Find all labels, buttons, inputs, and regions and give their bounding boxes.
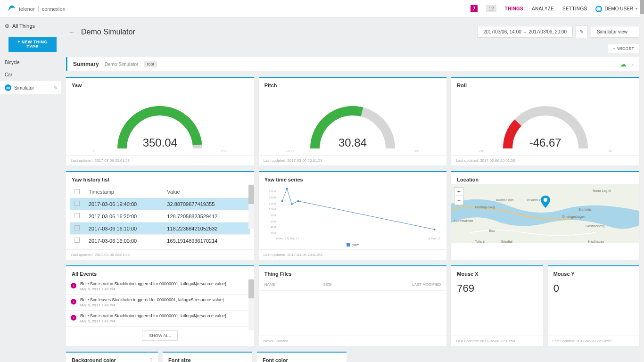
table-row[interactable]: 2017-03-06 16:20:00128.72058823529412 — [70, 210, 250, 222]
main-header: ← Demo Simulator 2017/03/06, 14:00 → 201… — [66, 18, 644, 42]
gauge-value: 30.84 — [263, 136, 443, 149]
event-time: Mar 6, 2017 7:48 PM — [80, 303, 249, 307]
widget-location: Location + − Norra LagnöKummelnäsVelamsu… — [451, 171, 639, 260]
widget-yaw-timeseries: Yaw time series 20.040.060.080.0100.0120… — [259, 171, 447, 260]
user-icon: ◯ — [595, 6, 602, 12]
nav-badge-grey[interactable]: 12 — [486, 5, 496, 12]
sidebar-item-car[interactable]: Car — [0, 69, 61, 81]
zoom-out-button[interactable]: − — [454, 196, 463, 205]
row-checkbox[interactable] — [74, 238, 80, 243]
event-text: Rule Sim is not in Stockholm triggered f… — [80, 281, 249, 286]
col-size: SIZE — [323, 282, 382, 287]
cell-timestamp: 2017-03-06 19:40:00 — [89, 201, 167, 207]
map-label: Norra Lagnö — [593, 189, 611, 192]
sidebar-all-things-label: All Things — [12, 23, 35, 29]
mouse-y-value: 0 — [548, 279, 639, 302]
add-widget-button[interactable]: +WIDGET — [608, 44, 639, 53]
event-item[interactable]: !Rule Sim is not in Stockholm triggered … — [66, 311, 254, 327]
scrollbar[interactable] — [248, 279, 254, 330]
page-title: Demo Simulator — [81, 28, 135, 36]
sidebar-item-simulator[interactable]: 38 Simulator ✎ — [0, 81, 61, 94]
pencil-icon[interactable]: ✎ — [54, 85, 58, 90]
widget-footer: Last updated: 2017-03-06 20:01:58 — [66, 249, 254, 260]
widget-footer: Last updated: 2017-03-06 20:01:58 — [66, 155, 254, 165]
widget-title: Font size — [168, 357, 191, 362]
logo: telenor connexion — [7, 4, 66, 14]
svg-text:6 Mar '17: 6 Mar '17 — [288, 237, 299, 240]
svg-text:20.0: 20.0 — [270, 232, 276, 235]
widget-footer: Last updated: 2017-03-06 20:01:58 — [259, 155, 447, 165]
widget-title: Yaw time series — [259, 172, 447, 184]
map-label: Kärrtorp-skog — [475, 206, 495, 209]
widget-title: Background color — [72, 357, 116, 362]
svg-point-12 — [433, 229, 435, 230]
sidebar: ⊕ All Things + NEW THING TYPE Bicycle Ca… — [0, 18, 61, 362]
event-item[interactable]: !Rule Sim is not in Stockholm triggered … — [66, 279, 254, 295]
user-name: DEMO USER — [604, 6, 633, 11]
widget-thing-files: Thing Files NAME SIZE LAST MODIFIED Neve… — [259, 265, 447, 346]
sidebar-item-label: Bicycle — [5, 60, 20, 65]
files-empty — [259, 291, 447, 336]
widget-footer: Last updated: 2017-02-20 22:18:50 — [451, 336, 543, 346]
row-checkbox[interactable] — [74, 201, 80, 206]
map-label: Björknäs — [578, 208, 591, 211]
table-row[interactable]: 2017-03-06 16:00:00169.19148936170214 — [70, 235, 250, 243]
more-icon[interactable]: ⋮ — [149, 357, 153, 362]
widget-footer: Last updated: 2017-02-20 22:18:50 — [548, 336, 639, 346]
widget-title: Mouse Y — [548, 266, 639, 279]
event-item[interactable]: !Rule Sim leaves Stockholm triggered for… — [66, 295, 254, 311]
col-timestamp: Timestamp — [89, 189, 167, 195]
widget-footer: Never updated — [259, 336, 447, 346]
cell-value: 128.72058823529412 — [167, 214, 245, 219]
widget-title: Location — [451, 172, 639, 184]
events-list[interactable]: !Rule Sim is not in Stockholm triggered … — [66, 279, 254, 327]
brand-divider — [38, 6, 39, 12]
svg-text:6 Mar '17: 6 Mar '17 — [429, 237, 440, 240]
widget-yaw-gauge: Yaw 350.04 0 360 Last updated: 2017-03-0… — [66, 77, 254, 165]
widget-title: Mouse X — [451, 266, 543, 279]
sidebar-item-bicycle[interactable]: Bicycle — [0, 57, 61, 68]
widget-yaw-history: Yaw history list Timestamp Value 2017-03… — [66, 171, 254, 260]
back-arrow-icon[interactable]: ← — [69, 28, 75, 36]
widget-mouse-y: Mouse Y 0 Last updated: 2017-02-20 22:18… — [548, 265, 639, 346]
new-thing-type-button[interactable]: + NEW THING TYPE — [8, 37, 57, 52]
svg-point-10 — [291, 203, 293, 205]
svg-text:40.0: 40.0 — [270, 226, 276, 229]
widget-title: Yaw — [66, 78, 254, 90]
gauge-min: -90 — [479, 149, 484, 153]
scrollbar[interactable] — [248, 184, 254, 229]
view-selector[interactable]: Simulator view — [591, 26, 639, 38]
widget-title: Font color — [263, 357, 288, 362]
sidebar-item-label: Simulator — [14, 85, 34, 90]
widget-title: Thing Files — [259, 266, 447, 279]
user-menu[interactable]: ◯ DEMO USER ▾ — [595, 6, 637, 12]
table-row[interactable]: 2017-03-06 19:40:0032.88709677419355 — [70, 198, 250, 210]
show-all-button[interactable]: SHOW ALL — [142, 330, 178, 341]
map[interactable]: + − Norra LagnöKummelnäsVelamsundBjörknä… — [451, 184, 639, 243]
alert-icon: ! — [71, 283, 76, 288]
table-row[interactable]: 2017-03-06 16:10:00118.22368421052632 — [70, 222, 250, 235]
map-marker-icon — [541, 196, 550, 208]
alert-icon: ! — [71, 315, 76, 321]
row-checkbox[interactable] — [74, 213, 80, 218]
cell-timestamp: 2017-03-06 16:10:00 — [89, 226, 167, 231]
summary-tag[interactable]: root — [144, 61, 157, 67]
page-scrollbar[interactable] — [640, 0, 644, 362]
gauge-max: 180 — [413, 149, 419, 153]
edit-view-button[interactable]: ✎ — [576, 25, 588, 38]
zoom-in-button[interactable]: + — [454, 188, 463, 196]
event-time: Mar 6, 2017 7:48 PM — [80, 287, 249, 291]
nav-badge-alert[interactable]: 7 — [471, 5, 478, 12]
select-all-checkbox[interactable] — [74, 189, 80, 194]
caret-down-icon: ▾ — [636, 7, 637, 11]
svg-text:6 Mar '17: 6 Mar '17 — [276, 237, 288, 240]
nav-item-things[interactable]: THINGS — [505, 6, 524, 11]
date-range-picker[interactable]: 2017/03/06, 14:00 → 2017/03/06, 20:00 — [477, 26, 573, 38]
row-checkbox[interactable] — [74, 225, 80, 230]
chevron-down-icon[interactable]: ⌄ — [631, 62, 635, 66]
telenor-logo-icon — [7, 4, 17, 14]
sidebar-all-things[interactable]: ⊕ All Things — [0, 18, 61, 34]
nav-item-analyze[interactable]: ANALYZE — [532, 6, 554, 11]
history-body[interactable]: 2017-03-06 19:40:0032.887096774193552017… — [70, 198, 250, 243]
nav-item-settings[interactable]: SETTINGS — [562, 6, 587, 11]
